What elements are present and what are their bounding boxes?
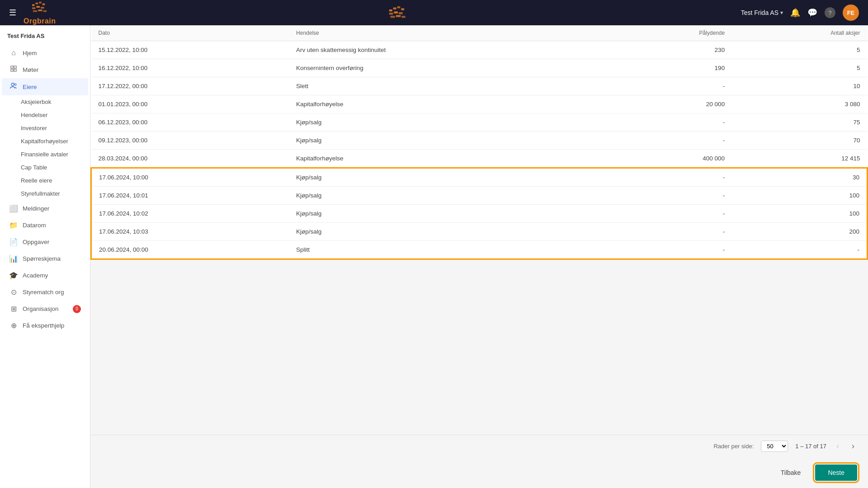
svg-rect-10 bbox=[389, 9, 392, 11]
rows-per-page-select[interactable]: 50 25 100 bbox=[761, 441, 788, 452]
cell-hendelse: Splitt bbox=[289, 241, 609, 259]
sidebar-item-meldinger[interactable]: ⬜ Meldinger bbox=[2, 200, 88, 217]
sidebar-sub-kapitalforhoyelser[interactable]: Kapitalforhøyelser bbox=[2, 135, 88, 148]
company-name: Test Frida AS bbox=[741, 9, 778, 16]
sidebar-company-name: Test Frida AS bbox=[0, 29, 90, 45]
cell-hendelse: Kjøp/salg bbox=[289, 168, 609, 187]
cell-antall: 10 bbox=[732, 77, 867, 95]
table-row: 06.12.2023, 00:00Kjøp/salg-75 bbox=[91, 113, 868, 131]
next-button[interactable]: Neste bbox=[815, 465, 857, 481]
cell-palydende: 190 bbox=[609, 59, 732, 77]
sidebar-sub-aksjeierbok[interactable]: Aksjeierbok bbox=[2, 95, 88, 108]
messages-icon: ⬜ bbox=[9, 204, 18, 213]
cell-antall: 5 bbox=[732, 41, 867, 59]
company-selector[interactable]: Test Frida AS ▾ bbox=[741, 9, 783, 16]
sidebar-item-datarom[interactable]: 📁 Datarom bbox=[2, 217, 88, 234]
cell-dato: 17.06.2024, 10:03 bbox=[91, 223, 289, 241]
events-table: Dato Hendelse Pålydende Antall aksjer 15… bbox=[90, 25, 868, 260]
cell-palydende: - bbox=[609, 77, 732, 95]
table-row: 17.06.2024, 10:00Kjøp/salg-30 bbox=[91, 168, 868, 187]
logo-text: Orgbrain bbox=[24, 17, 56, 25]
col-antall: Antall aksjer bbox=[732, 25, 867, 41]
svg-rect-5 bbox=[36, 6, 40, 8]
next-page-button[interactable]: › bbox=[849, 441, 857, 452]
survey-icon: 📊 bbox=[9, 254, 18, 263]
meetings-icon bbox=[9, 65, 18, 74]
cell-dato: 20.06.2024, 00:00 bbox=[91, 241, 289, 259]
svg-rect-0 bbox=[32, 5, 35, 6]
sidebar-item-moter[interactable]: Møter bbox=[2, 61, 88, 78]
home-icon: ⌂ bbox=[9, 49, 18, 57]
svg-rect-17 bbox=[391, 16, 396, 18]
help-icon[interactable]: ? bbox=[825, 7, 835, 18]
sidebar-item-label: Organisasjon bbox=[23, 305, 59, 312]
academy-icon: 🎓 bbox=[9, 271, 18, 280]
prev-page-button[interactable]: ‹ bbox=[834, 441, 842, 452]
topbar-icons: 🔔 💬 ? bbox=[790, 7, 835, 18]
cell-hendelse: Arv uten skattemessig kontinuitet bbox=[289, 41, 609, 59]
main-content: Dato Hendelse Pålydende Antall aksjer 15… bbox=[90, 25, 868, 488]
org-badge: 0 bbox=[73, 305, 81, 313]
sidebar-item-label: Spørreskjema bbox=[23, 255, 61, 262]
cell-dato: 16.12.2022, 10:00 bbox=[91, 59, 289, 77]
sidebar-item-sporreskjema[interactable]: 📊 Spørreskjema bbox=[2, 250, 88, 267]
rows-per-page-label: Rader per side: bbox=[713, 443, 754, 450]
layout: Test Frida AS ⌂ Hjem Møter Eier bbox=[0, 25, 868, 488]
pagination-bar: Rader per side: 50 25 100 1 – 17 of 17 ‹… bbox=[90, 435, 868, 457]
sidebar-item-eiere[interactable]: Eiere bbox=[2, 78, 88, 95]
sidebar-sub-investorer[interactable]: Investorer bbox=[2, 122, 88, 135]
svg-rect-6 bbox=[41, 7, 44, 9]
svg-rect-16 bbox=[399, 12, 403, 14]
cell-antall: 12 415 bbox=[732, 150, 867, 168]
svg-rect-3 bbox=[42, 4, 45, 5]
table-row: 28.03.2024, 00:00Kapitalforhøyelse400 00… bbox=[91, 150, 868, 168]
sidebar-item-label: Oppgaver bbox=[23, 239, 49, 245]
sidebar-sub-cap-table[interactable]: Cap Table bbox=[2, 161, 88, 174]
sidebar-item-oppgaver[interactable]: 📄 Oppgaver bbox=[2, 234, 88, 250]
chat-icon[interactable]: 💬 bbox=[807, 8, 817, 18]
svg-rect-4 bbox=[32, 7, 36, 9]
cell-dato: 09.12.2023, 00:00 bbox=[91, 131, 289, 150]
sidebar-item-styrematch[interactable]: ⊙ Styrematch org bbox=[2, 284, 88, 300]
logo: Orgbrain bbox=[24, 0, 56, 25]
table-row: 01.01.2023, 00:00Kapitalforhøyelse20 000… bbox=[91, 95, 868, 113]
cell-antall: 100 bbox=[732, 205, 867, 223]
back-button[interactable]: Tilbake bbox=[774, 465, 808, 480]
user-avatar[interactable]: FE bbox=[843, 5, 859, 21]
topbar-right: Test Frida AS ▾ 🔔 💬 ? FE bbox=[741, 5, 859, 21]
sidebar-item-label: Meldinger bbox=[23, 205, 49, 212]
svg-rect-11 bbox=[393, 8, 396, 9]
sidebar-sub-reelle-eiere[interactable]: Reelle eiere bbox=[2, 174, 88, 187]
sidebar-sub-finansielle-avtaler[interactable]: Finansielle avtaler bbox=[2, 148, 88, 161]
sidebar-item-label: Academy bbox=[23, 272, 48, 279]
topbar-left: ☰ Orgbrain bbox=[9, 0, 56, 25]
cell-dato: 17.06.2024, 10:01 bbox=[91, 187, 289, 205]
cell-dato: 28.03.2024, 00:00 bbox=[91, 150, 289, 168]
sidebar-item-organisasjon[interactable]: ⊞ Organisasjon 0 bbox=[2, 300, 88, 317]
topbar: ☰ Orgbrain bbox=[0, 0, 868, 25]
cell-hendelse: Kjøp/salg bbox=[289, 223, 609, 241]
bell-icon[interactable]: 🔔 bbox=[790, 8, 800, 18]
cell-palydende: 400 000 bbox=[609, 150, 732, 168]
svg-rect-18 bbox=[396, 15, 401, 17]
sidebar-item-fa-eksperthjelp[interactable]: ⊕ Få eksperthjelp bbox=[2, 317, 88, 334]
sidebar-item-academy[interactable]: 🎓 Academy bbox=[2, 267, 88, 284]
sidebar-sub-styrefullmakter[interactable]: Styrefullmakter bbox=[2, 187, 88, 200]
cell-hendelse: Kjøp/salg bbox=[289, 113, 609, 131]
svg-rect-9 bbox=[43, 10, 47, 12]
cell-palydende: - bbox=[609, 187, 732, 205]
sidebar-sub-hendelser[interactable]: Hendelser bbox=[2, 108, 88, 122]
cell-antall: 30 bbox=[732, 168, 867, 187]
cell-hendelse: Kapitalforhøyelse bbox=[289, 95, 609, 113]
table-row: 15.12.2022, 10:00Arv uten skattemessig k… bbox=[91, 41, 868, 59]
col-dato: Dato bbox=[91, 25, 289, 41]
sidebar-item-hjem[interactable]: ⌂ Hjem bbox=[2, 45, 88, 61]
cell-hendelse: Slett bbox=[289, 77, 609, 95]
cell-dato: 17.06.2024, 10:02 bbox=[91, 205, 289, 223]
tasks-icon: 📄 bbox=[9, 238, 18, 246]
menu-icon[interactable]: ☰ bbox=[9, 8, 16, 18]
col-hendelse: Hendelse bbox=[289, 25, 609, 41]
table-row: 17.12.2022, 00:00Slett-10 bbox=[91, 77, 868, 95]
sidebar-item-label: Eiere bbox=[23, 84, 37, 90]
col-palydende: Pålydende bbox=[609, 25, 732, 41]
